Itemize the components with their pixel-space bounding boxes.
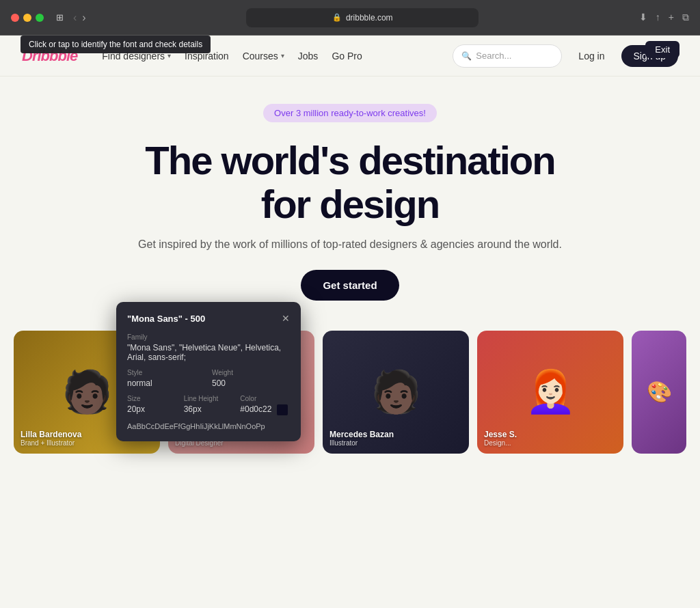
color-swatch	[277, 404, 288, 415]
card-info-3: Mercedes Bazan Illustrator	[329, 430, 394, 447]
address-bar[interactable]: 🔒 dribbble.com	[246, 8, 479, 27]
font-weight-cell: Weight 500	[212, 369, 290, 388]
minimize-button[interactable]	[23, 14, 31, 22]
close-button[interactable]	[11, 14, 19, 22]
maximize-button[interactable]	[36, 14, 44, 22]
font-popup-header: "Mona Sans" - 500 ✕	[127, 313, 290, 324]
font-size-color-row: Size 20px Line Height 36px Color #0d0c22	[127, 395, 290, 415]
font-line-height-cell: Line Height 36px	[184, 395, 234, 414]
font-style-value: normal	[127, 378, 205, 388]
address-bar-wrapper: 🔒 dribbble.com	[93, 8, 632, 27]
download-icon[interactable]: ⬇	[639, 12, 647, 23]
font-popup-title: "Mona Sans" - 500	[127, 314, 205, 324]
search-bar[interactable]: 🔍 Search...	[453, 44, 562, 68]
search-icon: 🔍	[461, 51, 472, 61]
card-info-1: Lilla Bardenova Brand + Illustrator	[21, 430, 81, 447]
nav-go-pro[interactable]: Go Pro	[332, 51, 362, 61]
nav-inspiration[interactable]: Inspiration	[185, 51, 229, 61]
browser-navigation: ‹ ›	[73, 12, 86, 24]
font-size-cell: Size 20px	[127, 395, 177, 414]
font-color-value: #0d0c22	[240, 404, 290, 415]
font-line-height-value: 36px	[184, 404, 234, 414]
main-nav: Dribbble Find designers ▾ Inspiration Co…	[0, 36, 700, 77]
chevron-down-icon: ▾	[281, 52, 284, 59]
new-tab-icon[interactable]: +	[669, 12, 674, 23]
nav-courses[interactable]: Courses ▾	[243, 51, 284, 61]
card-info-4: Jesse S. Design...	[484, 430, 517, 447]
font-family-value: "Mona Sans", "Helvetica Neue", Helvetica…	[127, 343, 290, 362]
nav-links: Find designers ▾ Inspiration Courses ▾ J…	[102, 51, 436, 61]
back-button[interactable]: ‹	[73, 12, 77, 24]
browser-actions: ⬇ ↑ + ⧉	[639, 12, 689, 23]
traffic-lights	[11, 14, 44, 22]
font-popup-close-button[interactable]: ✕	[282, 313, 290, 324]
forward-button[interactable]: ›	[82, 12, 85, 24]
address-text: dribbble.com	[346, 13, 393, 23]
hero-title: The world's destination for design	[118, 139, 582, 226]
nav-find-designers[interactable]: Find designers ▾	[102, 51, 171, 61]
designer-card-4[interactable]: 👩🏻‍🦰 Jesse S. Design...	[477, 331, 623, 454]
font-style-weight-row: Style normal Weight 500	[127, 369, 290, 388]
designer-card-5[interactable]: 🎨	[632, 331, 686, 454]
hero-subtitle: Get inspired by the work of millions of …	[14, 238, 686, 251]
designer-cards: 🧑🏿 Lilla Bardenova Brand + Illustrator 👱…	[0, 331, 700, 454]
font-sample-text: AaBbCcDdEeFfGgHhIiJjKkLlMmNnOoPp	[127, 422, 290, 430]
site-logo[interactable]: Dribbble	[22, 47, 77, 65]
page-content: Dribbble Find designers ▾ Inspiration Co…	[0, 36, 700, 608]
hero-section: Over 3 million ready-to-work creatives! …	[0, 77, 700, 314]
login-button[interactable]: Log in	[578, 51, 604, 61]
font-popup: "Mona Sans" - 500 ✕ Family "Mona Sans", …	[116, 302, 301, 441]
search-placeholder: Search...	[476, 51, 511, 61]
browser-chrome: ⊞ ‹ › 🔒 dribbble.com ⬇ ↑ + ⧉	[0, 0, 700, 36]
exit-button[interactable]: Exit	[645, 41, 679, 58]
lock-icon: 🔒	[332, 13, 342, 22]
tab-grid-icon: ⊞	[56, 12, 64, 23]
font-style-cell: Style normal	[127, 369, 205, 388]
card-image-5: 🎨	[632, 331, 686, 454]
get-started-button[interactable]: Get started	[301, 270, 399, 301]
font-color-cell: Color #0d0c22	[240, 395, 290, 415]
designer-card-3[interactable]: 🧑🏿 Mercedes Bazan Illustrator	[323, 331, 469, 454]
font-weight-value: 500	[212, 378, 290, 388]
tabs-icon[interactable]: ⧉	[682, 12, 689, 23]
font-family-row: Family "Mona Sans", "Helvetica Neue", He…	[127, 333, 290, 362]
hero-badge: Over 3 million ready-to-work creatives!	[263, 104, 437, 122]
share-icon[interactable]: ↑	[656, 12, 660, 23]
font-size-value: 20px	[127, 404, 177, 414]
nav-jobs[interactable]: Jobs	[298, 51, 319, 61]
chevron-down-icon: ▾	[167, 52, 171, 59]
